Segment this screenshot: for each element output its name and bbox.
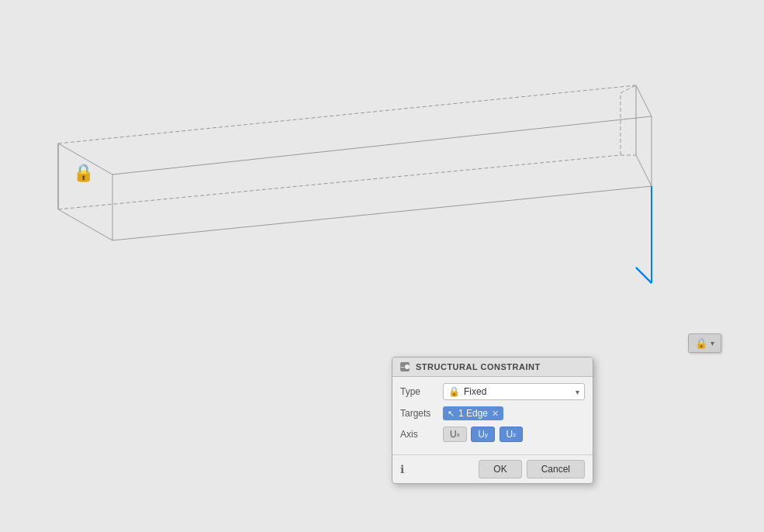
- axis-control: Ux Uy Uz: [443, 427, 585, 442]
- targets-label: Targets: [400, 408, 443, 419]
- targets-value: 1 Edge: [458, 408, 488, 419]
- svg-line-5: [112, 116, 652, 174]
- lock-icon: 🔒: [695, 337, 707, 349]
- type-dropdown[interactable]: 🔒 Fixed ▾: [443, 383, 585, 400]
- svg-line-16: [636, 268, 652, 283]
- type-value: Fixed: [464, 386, 572, 397]
- type-row: Type 🔒 Fixed ▾: [400, 383, 585, 400]
- type-control: 🔒 Fixed ▾: [443, 383, 585, 400]
- type-label: Type: [400, 386, 443, 397]
- svg-line-11: [58, 155, 621, 209]
- targets-close-button[interactable]: ✕: [492, 409, 499, 419]
- type-lock-icon: 🔒: [448, 386, 460, 397]
- targets-tag[interactable]: ↖ 1 Edge ✕: [443, 406, 503, 420]
- dialog-footer: ℹ OK Cancel: [392, 454, 593, 483]
- type-chevron-icon: ▾: [576, 388, 579, 396]
- dialog-body: Type 🔒 Fixed ▾ Targets ↖ 1 Edge ✕: [392, 377, 593, 454]
- svg-line-8: [636, 155, 652, 186]
- dialog-collapse-icon[interactable]: –: [400, 362, 410, 371]
- ok-button[interactable]: OK: [479, 460, 521, 478]
- svg-line-14: [621, 85, 636, 93]
- cursor-icon: ↖: [448, 409, 455, 419]
- dropdown-arrow: ▾: [710, 339, 714, 347]
- footer-buttons: OK Cancel: [479, 460, 585, 478]
- targets-row: Targets ↖ 1 Edge ✕: [400, 406, 585, 420]
- targets-control: ↖ 1 Edge ✕: [443, 406, 585, 420]
- axis-uy-button[interactable]: Uy: [471, 427, 495, 442]
- svg-line-18: [636, 268, 652, 283]
- toolbar-lock-button[interactable]: 🔒 ▾: [688, 333, 721, 353]
- axis-uz-button[interactable]: Uz: [500, 427, 524, 442]
- svg-line-6: [636, 85, 652, 116]
- svg-line-4: [58, 85, 636, 143]
- wireframe-svg: 🔒: [0, 0, 764, 532]
- axis-label: Axis: [400, 429, 443, 440]
- info-icon[interactable]: ℹ: [400, 463, 404, 475]
- svg-line-10: [112, 186, 652, 240]
- axis-row: Axis Ux Uy Uz: [400, 427, 585, 442]
- svg-text:🔒: 🔒: [73, 162, 95, 183]
- svg-line-3: [58, 143, 112, 174]
- cancel-button[interactable]: Cancel: [527, 460, 585, 478]
- dialog-title: STRUCTURAL CONSTRAINT: [416, 362, 541, 371]
- viewport: 🔒 🔒 ▾ – STRUCTURAL CONSTRAINT Type 🔒: [0, 0, 764, 532]
- dialog-header: – STRUCTURAL CONSTRAINT: [392, 358, 593, 377]
- structural-constraint-dialog: – STRUCTURAL CONSTRAINT Type 🔒 Fixed ▾: [392, 357, 593, 484]
- axis-ux-button[interactable]: Ux: [443, 427, 467, 442]
- svg-line-1: [58, 209, 112, 240]
